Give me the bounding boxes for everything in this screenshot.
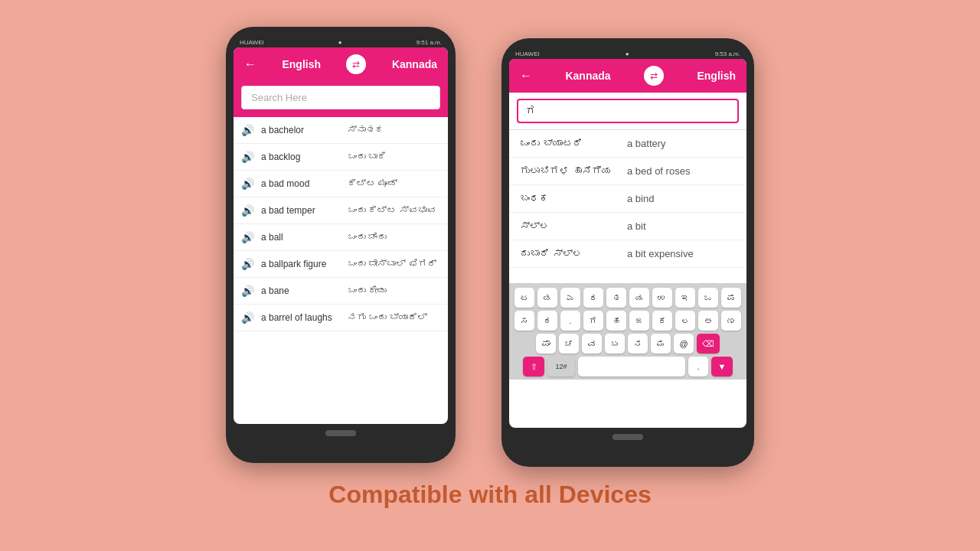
speaker-icon[interactable]: 🔊 [241, 204, 255, 217]
phone2-dict-list: ಒಂದು ಬ್ಯಾಟರಿ a battery ಗುಲಾಬಿಗಳ ಹಾಸಿಗೆಯ … [509, 130, 746, 283]
key-u[interactable]: ಉ [652, 288, 672, 308]
phone1-to-lang: Kannada [392, 58, 437, 70]
down-arrow-key[interactable]: ▼ [711, 357, 733, 377]
phone2-to-lang: English [697, 70, 736, 82]
phone1-search-placeholder: Search Here [251, 92, 307, 103]
dict-english: a barrel of laughs [261, 312, 341, 323]
table-row[interactable]: ಒಂದು ಬ್ಯಾಟರಿ a battery [509, 130, 746, 158]
phone1-from-lang: English [282, 58, 321, 70]
phone2-back-button[interactable]: ← [520, 69, 532, 83]
key-ka[interactable]: ಕ [652, 311, 672, 331]
key-pa[interactable]: ಪ [721, 288, 741, 308]
dict-english: a bane [261, 285, 341, 296]
key-ya[interactable]: ಯ [629, 288, 649, 308]
table-row[interactable]: 🔊 a backlog ಒಂದು ಬಾಕಿ [234, 144, 448, 171]
table-row[interactable]: 🔊 a bachelor ಸ್ನಾತಕ [234, 117, 448, 144]
phone1-home-button[interactable] [325, 430, 356, 436]
key-ga[interactable]: ಗ [583, 311, 603, 331]
key-i[interactable]: ಇ [675, 288, 695, 308]
phone1-swap-button[interactable]: ⇄ [346, 54, 366, 74]
phone1-search-bar: Search Here [234, 81, 448, 117]
period-key[interactable]: . [688, 357, 708, 377]
dict-english: a backlog [261, 152, 341, 162]
speaker-icon[interactable]: 🔊 [241, 124, 255, 136]
key-ja[interactable]: ಜ [629, 311, 649, 331]
dict-kannada: ಒಂದು ಬಾಕಿ [348, 152, 386, 162]
speaker-icon[interactable]: 🔊 [241, 151, 255, 163]
key-tha[interactable]: ತ [606, 288, 626, 308]
key-dha[interactable]: ದ [537, 311, 557, 331]
phones-container: HUAWEI ● 9:51 a.m. ← English ⇄ Kannada S… [226, 27, 754, 467]
speaker-icon[interactable]: 🔊 [241, 178, 255, 190]
key-at[interactable]: @ [674, 334, 694, 354]
space-key[interactable] [578, 357, 685, 377]
dict-english: a ballpark figure [261, 259, 341, 269]
dict-kannada: ಒಂದು ಚೆಂದು [348, 232, 387, 243]
table-row[interactable]: 🔊 a bad temper ಒಂದು ಕೆಟ್ಟ ಸ್ವಭಾವ [234, 197, 448, 224]
table-row[interactable]: ಸ್ಲ್ಲ a bit [509, 213, 746, 240]
key-la[interactable]: ಲ [675, 311, 695, 331]
speaker-icon[interactable]: 🔊 [241, 231, 255, 243]
dict-english: a bit [627, 220, 646, 232]
phone2-search-input[interactable]: ಗ [517, 99, 739, 123]
dict-english: a bit expensive [627, 248, 694, 259]
table-row[interactable]: 🔊 a ballpark figure ಒಂದು ಬೇಸ್ಬಾಲ್ ಫಿಗರ್ [234, 251, 448, 278]
phone2-status-bar: HUAWEI ● 9:53 a.m. [509, 49, 746, 59]
key-o[interactable]: ಒ [698, 288, 718, 308]
dict-english: a bind [627, 193, 654, 204]
phone2-search-value: ಗ [526, 105, 536, 117]
phone2-home-button[interactable] [612, 434, 643, 440]
dict-kannada: ಒಂದು ಬ್ಯಾಟರಿ [520, 138, 619, 149]
phone1-brand: HUAWEI [240, 39, 264, 46]
phone1-app-header: ← English ⇄ Kannada [234, 47, 448, 81]
dict-kannada: ನಗು ಒಂದು ಬ್ಯಾರೆಲ್ [348, 312, 427, 323]
dict-kannada: ದುಬಾರಿ ಸ್ಲ್ಲ [520, 248, 619, 259]
phone2-brand: HUAWEI [515, 51, 540, 57]
key-na[interactable]: ಣ [721, 311, 741, 331]
key-ra[interactable]: ರ [583, 288, 603, 308]
phone2-camera-dot: ● [626, 51, 629, 57]
table-row[interactable]: ಗುಲಾಬಿಗಳ ಹಾಸಿಗೆಯ a bed of roses [509, 158, 746, 185]
table-row[interactable]: 🔊 a ball ಒಂದು ಚೆಂದು [234, 224, 448, 251]
phone1-screen: ← English ⇄ Kannada Search Here 🔊 a bach… [234, 47, 448, 424]
dict-kannada: ಕೆಟ್ಟ ಮೂಡ್ [348, 178, 397, 189]
key-ba[interactable]: ಬ [605, 334, 625, 354]
key-e[interactable]: ಎ [560, 288, 580, 308]
table-row[interactable]: ಬಂಧಕ a bind [509, 185, 746, 213]
key-sa[interactable]: ಸ [514, 311, 534, 331]
phone1-back-button[interactable]: ← [244, 57, 256, 71]
phone1-dict-list: 🔊 a bachelor ಸ್ನಾತಕ 🔊 a backlog ಒಂದು ಬಾಕ… [234, 117, 448, 417]
phone1-status-bar: HUAWEI ● 9:51 a.m. [234, 37, 448, 47]
speaker-icon[interactable]: 🔊 [241, 285, 255, 297]
key-va[interactable]: ವ [582, 334, 602, 354]
table-row[interactable]: 🔊 a barrel of laughs ನಗು ಒಂದು ಬ್ಯಾರೆಲ್ [234, 305, 448, 331]
dict-english: a bad temper [261, 205, 341, 216]
dict-kannada: ಬಂಧಕ [520, 193, 619, 204]
table-row[interactable]: 🔊 a bad mood ಕೆಟ್ಟ ಮೂಡ್ [234, 171, 448, 197]
dict-english: a bed of roses [627, 165, 690, 177]
keyboard-bottom-row: ⇧ 12# . ▼ [512, 357, 743, 377]
dict-kannada: ಒಂದು ಬೇಸ್ಬಾಲ್ ಫಿಗರ್ [348, 259, 436, 269]
key-ta[interactable]: ಟ [514, 288, 534, 308]
speaker-icon[interactable]: 🔊 [241, 311, 255, 324]
key-na2[interactable]: ನ [628, 334, 648, 354]
key-shift[interactable]: ಪಾ [536, 334, 556, 354]
key-ma[interactable]: ಮ [651, 334, 671, 354]
phone2-app-header: ← Kannada ⇄ English [509, 59, 746, 93]
num-key[interactable]: 12# [547, 357, 575, 377]
backspace-key[interactable]: ⌫ [697, 334, 720, 354]
key-a[interactable]: ಅ [698, 311, 718, 331]
phone2-swap-button[interactable]: ⇄ [644, 66, 664, 86]
table-row[interactable]: ದುಬಾರಿ ಸ್ಲ್ಲ a bit expensive [509, 240, 746, 268]
key-dot[interactable]: . [560, 311, 580, 331]
dict-kannada: ಸ್ನಾತಕ [348, 125, 384, 135]
phone2-time: 9:53 a.m. [715, 51, 740, 57]
key-cha[interactable]: ಚ [559, 334, 579, 354]
key-ha[interactable]: ಹ [606, 311, 626, 331]
phone-1: HUAWEI ● 9:51 a.m. ← English ⇄ Kannada S… [226, 27, 456, 463]
phone1-search-input[interactable]: Search Here [241, 86, 440, 109]
speaker-icon[interactable]: 🔊 [241, 258, 255, 270]
table-row[interactable]: 🔊 a bane ಒಂದು ಕೀಡು [234, 278, 448, 305]
key-da[interactable]: ಡ [537, 288, 557, 308]
shift-key[interactable]: ⇧ [523, 357, 544, 377]
